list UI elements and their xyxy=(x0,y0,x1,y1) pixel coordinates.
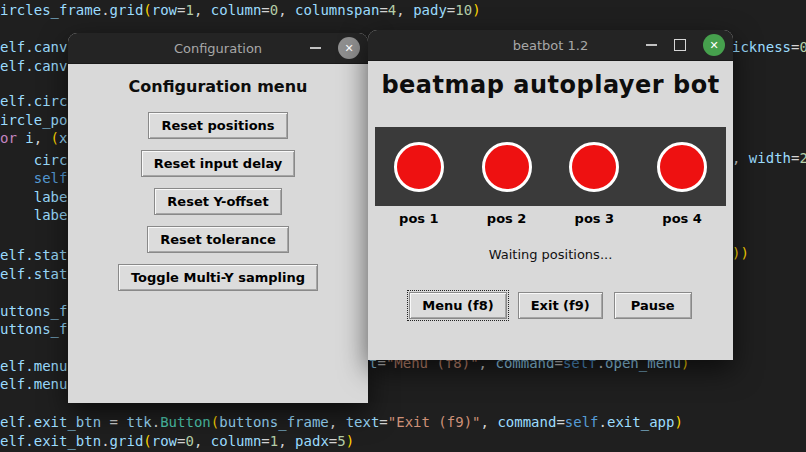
code-line: elf.stat xyxy=(0,246,67,264)
reset-y-offset-button[interactable]: Reset Y-offset xyxy=(154,188,281,215)
minimize-icon[interactable] xyxy=(310,47,321,49)
toggle-multi-y-sampling-button[interactable]: Toggle Multi-Y sampling xyxy=(118,264,318,291)
close-icon: ✕ xyxy=(709,40,718,51)
code-line: elf.circ xyxy=(0,92,67,110)
position-circle xyxy=(569,142,619,192)
exit-button[interactable]: Exit (f9) xyxy=(518,292,603,319)
reset-tolerance-button[interactable]: Reset tolerance xyxy=(147,226,289,253)
position-circle xyxy=(657,142,707,192)
position-label-row: pos 1 pos 2 pos 3 pos 4 xyxy=(375,211,726,226)
configuration-button-list: Reset positions Reset input delay Reset … xyxy=(118,112,318,291)
beatbot-body: beatmap autoplayer bot pos 1 pos 2 pos 3… xyxy=(368,61,733,319)
code-line: label xyxy=(0,206,76,224)
reset-input-delay-button[interactable]: Reset input delay xyxy=(141,150,296,177)
code-line: elf.stat xyxy=(0,265,67,283)
code-line: ickness=0 xyxy=(732,38,806,56)
configuration-heading: Configuration menu xyxy=(129,77,308,96)
close-icon: ✕ xyxy=(344,43,353,54)
code-line: uttons_f xyxy=(0,320,67,338)
position-label: pos 4 xyxy=(652,211,712,226)
position-label: pos 2 xyxy=(477,211,537,226)
beatbot-window: beatbot 1.2 ✕ beatmap autoplayer bot pos… xyxy=(368,30,733,360)
beatbot-close-button[interactable]: ✕ xyxy=(703,34,725,56)
position-label: pos 1 xyxy=(389,211,449,226)
code-line: elf.menu xyxy=(0,357,67,375)
configuration-titlebar[interactable]: Configuration ✕ xyxy=(68,33,368,64)
code-line: )) xyxy=(732,244,749,262)
code-line: self. xyxy=(0,169,76,187)
configuration-body: Configuration menu Reset positions Reset… xyxy=(68,64,368,291)
config-close-button[interactable]: ✕ xyxy=(338,37,360,59)
code-line: elf.menu xyxy=(0,375,67,393)
code-line: elf.exit_btn = ttk.Button(buttons_frame,… xyxy=(0,413,683,431)
pause-button[interactable]: Pause xyxy=(614,292,692,319)
menu-button[interactable]: Menu (f8) xyxy=(409,292,506,319)
beatbot-titlebar[interactable]: beatbot 1.2 ✕ xyxy=(368,30,733,61)
code-line: label xyxy=(0,188,76,206)
code-line: circl xyxy=(0,151,76,169)
code-line: ircles_frame.grid(row=1, column=0, colum… xyxy=(0,1,481,19)
position-circle xyxy=(394,142,444,192)
code-line: ircle_po xyxy=(0,111,67,129)
code-line: uttons_f xyxy=(0,302,67,320)
code-line: or i, (x xyxy=(0,129,67,147)
code-line: elf.canv xyxy=(0,38,67,56)
code-line: elf.exit_btn.grid(row=0, column=1, padx=… xyxy=(0,432,354,450)
configuration-window: Configuration ✕ Configuration menu Reset… xyxy=(68,33,368,403)
beatbot-heading: beatmap autoplayer bot xyxy=(381,71,719,99)
position-label: pos 3 xyxy=(564,211,624,226)
minimize-icon[interactable] xyxy=(646,44,657,46)
position-circle xyxy=(482,142,532,192)
reset-positions-button[interactable]: Reset positions xyxy=(148,112,287,139)
code-line: elf.canv xyxy=(0,57,67,75)
beatbot-button-row: Menu (f8) Exit (f9) Pause xyxy=(409,292,691,319)
status-text: Waiting positions... xyxy=(489,247,613,262)
maximize-icon[interactable] xyxy=(674,39,686,51)
code-line: , width=2 xyxy=(732,149,806,167)
circles-canvas xyxy=(375,127,726,206)
